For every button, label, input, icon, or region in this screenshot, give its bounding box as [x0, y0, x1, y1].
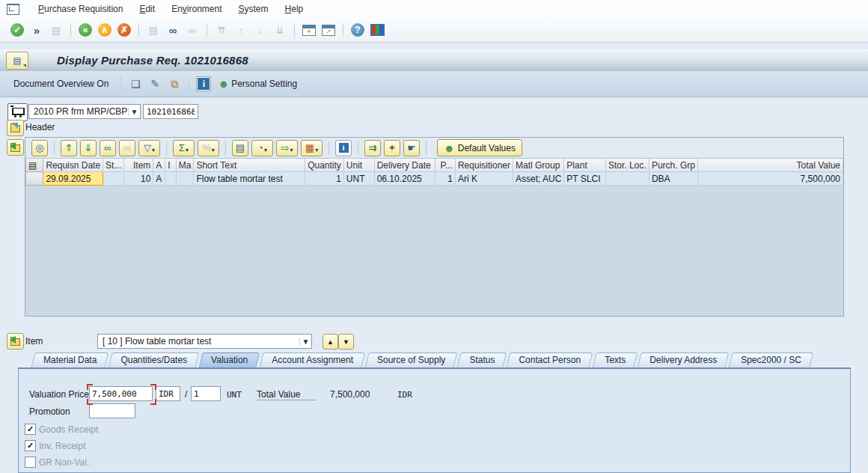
- menu-edit[interactable]: Edit: [131, 0, 163, 18]
- column-header-stor-loc[interactable]: Stor. Loc.: [605, 159, 649, 172]
- checkbox-goods-receipt[interactable]: ✓Goods Receipt: [25, 424, 98, 435]
- sum-icon[interactable]: Σ▾: [173, 140, 195, 156]
- info-icon[interactable]: i: [335, 140, 352, 156]
- dropdown-arrow-icon: ▾: [152, 146, 155, 156]
- default-values-button[interactable]: ☻Default Values: [437, 139, 522, 156]
- export-icon[interactable]: ⇨▾: [276, 140, 298, 156]
- column-header-matl-group[interactable]: Matl Group: [513, 159, 564, 172]
- first-page-icon: ⇈: [218, 25, 226, 35]
- document-type-dropdown[interactable]: 2010 PR frm MRP/CBP ▼: [28, 104, 141, 119]
- filter-icon[interactable]: ▽▾: [138, 140, 160, 156]
- messages-icon[interactable]: i: [197, 77, 210, 91]
- personal-setting-button[interactable]: ☻ Personal Setting: [218, 78, 297, 90]
- cell-unit: UNT: [343, 172, 374, 186]
- tab-label: Valuation: [211, 355, 248, 365]
- next-item-button[interactable]: ▼: [338, 334, 354, 350]
- column-header-plant[interactable]: Plant: [564, 159, 606, 172]
- print-icon: ▤: [236, 143, 245, 153]
- views-icon: ◔: [257, 143, 263, 153]
- tab-contact-person[interactable]: Contact Person: [508, 353, 591, 367]
- select-all-icon[interactable]: ▤: [26, 159, 43, 172]
- command-field-expand-icon[interactable]: »: [28, 22, 45, 38]
- column-header-requisn-date[interactable]: Requisn Date: [43, 159, 103, 172]
- currency-field[interactable]: [156, 386, 180, 401]
- new-session-icon[interactable]: ✶: [301, 22, 317, 38]
- enter-icon[interactable]: ✓: [9, 22, 25, 38]
- tab-spec2000-sc[interactable]: Spec2000 / SC: [730, 353, 812, 367]
- column-header-quantity[interactable]: Quantity: [305, 159, 344, 172]
- cell-item: 10: [124, 172, 153, 186]
- checkbox-gr-non-val[interactable]: GR Non-Val.: [25, 457, 89, 468]
- tab-account-assignment[interactable]: Account Assignment: [261, 353, 364, 367]
- total-value-label: Total Value: [257, 389, 317, 400]
- layout-icon[interactable]: ▦▾: [301, 140, 323, 156]
- back-icon[interactable]: «: [77, 22, 94, 38]
- menu-help[interactable]: Help: [277, 0, 312, 18]
- next-page-icon: ↓: [258, 25, 263, 35]
- column-header-total-value[interactable]: Total Value: [697, 159, 843, 172]
- separator: [426, 141, 427, 155]
- system-menu-icon[interactable]: [7, 4, 19, 15]
- create-shortcut-icon[interactable]: ↗: [320, 22, 337, 38]
- customize-layout-icon[interactable]: [369, 22, 385, 38]
- find-icon[interactable]: ∞: [100, 140, 116, 156]
- details-icon[interactable]: ◎: [31, 140, 48, 156]
- column-header-short-text[interactable]: Short Text: [194, 159, 305, 172]
- copy-icon[interactable]: ⧉: [166, 76, 183, 92]
- hold-icon[interactable]: ☛: [403, 140, 420, 156]
- column-header-p[interactable]: P...: [435, 159, 456, 172]
- sort-ascending-icon[interactable]: ⇑: [61, 140, 77, 156]
- menu-purchase-requisition[interactable]: Purchase Requisition: [30, 0, 131, 18]
- cell-delivery-date: 06.10.2025: [374, 172, 435, 186]
- tab-valuation[interactable]: Valuation: [201, 353, 258, 367]
- header-expand-button[interactable]: [7, 120, 24, 136]
- checkbox-inv-receipt[interactable]: ✓Inv. Receipt: [25, 440, 85, 451]
- collapse-arrow-icon: [10, 142, 16, 150]
- item-select-dropdown[interactable]: [ 10 ] Flow table mortar test ▼: [97, 334, 312, 349]
- promotion-field[interactable]: [89, 403, 135, 418]
- help-icon[interactable]: ?: [349, 22, 366, 38]
- tab-delivery-address[interactable]: Delivery Address: [639, 353, 727, 367]
- document-overview-toggle[interactable]: Document Overview On: [13, 79, 109, 89]
- valuation-price-field[interactable]: [89, 386, 153, 401]
- cursor-focus-corner: [87, 399, 93, 405]
- cell-short-text: Flow table mortar test: [194, 172, 305, 186]
- tab-source-of-supply[interactable]: Source of Supply: [367, 353, 456, 367]
- sort-descending-icon[interactable]: ⇓: [80, 140, 97, 156]
- table-header-row: ▤Requisn DateSt...ItemAIMaShort TextQuan…: [26, 159, 843, 172]
- column-header-purch-grp[interactable]: Purch. Grp: [649, 159, 697, 172]
- tab-status[interactable]: Status: [459, 353, 505, 367]
- tab-label: Source of Supply: [377, 355, 445, 365]
- create-document-icon[interactable]: ❏: [127, 76, 144, 92]
- column-header-status[interactable]: St...: [103, 159, 124, 172]
- item-detail-collapse-button[interactable]: [7, 333, 24, 350]
- menu-system[interactable]: System: [230, 0, 277, 18]
- column-header-requisitioner[interactable]: Requisitioner: [455, 159, 513, 172]
- menu-environment[interactable]: Environment: [163, 0, 230, 18]
- column-header-unit[interactable]: Unit: [343, 159, 374, 172]
- pr-number-field[interactable]: [143, 104, 198, 119]
- application-toolbar: Document Overview On ❏ ✎ ⧉ i ☻ Personal …: [0, 71, 868, 97]
- row-select-button[interactable]: [26, 172, 43, 186]
- copy-items-icon[interactable]: ⇉: [364, 140, 381, 156]
- tab-texts[interactable]: Texts: [594, 353, 636, 367]
- services-for-object-button[interactable]: ▤: [6, 52, 28, 70]
- column-header-ma[interactable]: Ma: [176, 159, 194, 172]
- column-header-a[interactable]: A: [153, 159, 165, 172]
- find-icon[interactable]: ∞: [165, 22, 181, 38]
- items-overview-collapse-button[interactable]: [7, 139, 24, 156]
- previous-item-button[interactable]: ▲: [323, 334, 338, 350]
- views-icon[interactable]: ◔▾: [251, 140, 273, 156]
- cancel-icon[interactable]: ✗: [116, 22, 132, 38]
- price-unit-field[interactable]: [191, 386, 221, 401]
- print-icon[interactable]: ▤: [232, 140, 248, 156]
- tab-quantities-dates[interactable]: Quantities/Dates: [110, 353, 198, 367]
- column-header-item[interactable]: Item: [124, 159, 153, 172]
- column-header-delivery-date[interactable]: Delivery Date: [374, 159, 435, 172]
- tab-material-data[interactable]: Material Data: [33, 353, 107, 367]
- shopping-cart-button[interactable]: [7, 103, 28, 121]
- display-change-icon[interactable]: ✎: [147, 76, 163, 92]
- graphic-icon[interactable]: ✦: [384, 140, 400, 156]
- exit-icon[interactable]: ∧: [97, 22, 113, 38]
- column-header-i[interactable]: I: [165, 159, 176, 172]
